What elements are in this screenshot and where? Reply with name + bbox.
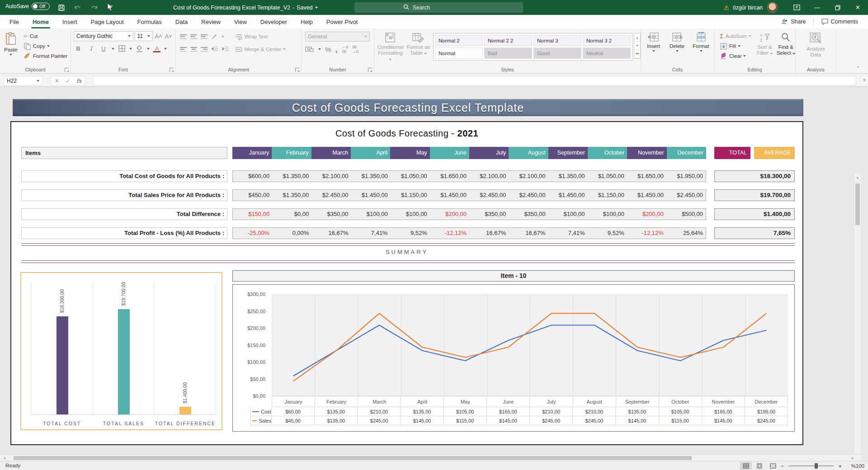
undo-icon[interactable] — [73, 3, 83, 13]
style-neutral[interactable]: Neutral — [583, 47, 631, 59]
value-cell[interactable]: $1.050,00 — [588, 171, 627, 182]
value-cell[interactable]: $100,00 — [351, 209, 391, 220]
row-total[interactable]: $19.700,00 — [714, 189, 795, 201]
minimize-icon[interactable]: — — [807, 0, 827, 15]
tab-data[interactable]: Data — [169, 15, 194, 28]
value-cell[interactable]: $1.650,00 — [430, 171, 469, 182]
month-header-february[interactable]: February — [272, 147, 311, 159]
value-cell[interactable]: $100,00 — [548, 209, 587, 220]
share-button[interactable]: Share — [777, 17, 809, 27]
bar-total-sales[interactable] — [118, 309, 130, 414]
month-header-january[interactable]: January — [232, 147, 272, 159]
vertical-scrollbar[interactable]: ▴ ▾ — [854, 174, 861, 470]
page-layout-view-icon[interactable] — [754, 462, 765, 470]
horizontal-scrollbar[interactable]: ◂ ▸ — [0, 454, 861, 461]
value-cell[interactable]: $1.350,00 — [351, 171, 391, 182]
vertical-scroll-thumb[interactable] — [855, 183, 860, 225]
worksheet[interactable]: Cost of Goods Forecasting Excel Template… — [0, 87, 861, 454]
style-bad[interactable]: Bad — [484, 47, 532, 59]
increase-indent-icon[interactable] — [222, 46, 230, 52]
value-cell[interactable]: $2.450,00 — [666, 190, 706, 201]
cut-button[interactable]: ✂ Cut — [22, 31, 69, 41]
page-break-view-icon[interactable] — [767, 462, 779, 470]
value-cell[interactable]: 16,67% — [509, 228, 548, 239]
cancel-icon[interactable]: ✕ — [55, 78, 59, 84]
bold-button[interactable]: B — [74, 45, 83, 52]
decrease-decimal-icon[interactable]: .00→.0 — [352, 45, 358, 54]
value-cell[interactable]: $0,00 — [272, 209, 311, 220]
zoom-out-icon[interactable]: − — [781, 463, 784, 470]
bar-total-cost[interactable] — [57, 316, 68, 414]
value-cell[interactable]: 0,00% — [272, 228, 311, 239]
bar-total-difference[interactable] — [179, 407, 191, 414]
value-cell[interactable]: 25,64% — [666, 228, 706, 239]
accounting-format-icon[interactable] — [305, 46, 314, 53]
alignment-dialog-launcher-icon[interactable] — [295, 68, 299, 72]
value-cell[interactable]: $1.050,00 — [391, 171, 430, 182]
merge-center-button[interactable]: Merge & Center — [233, 44, 288, 54]
value-cell[interactable]: $350,00 — [509, 209, 548, 220]
total-header[interactable]: TOTAL — [714, 147, 750, 159]
scroll-right-icon[interactable]: ▸ — [850, 456, 855, 460]
insert-function-icon[interactable]: fx — [76, 78, 81, 84]
formula-bar-divider[interactable]: ⋮ — [45, 77, 50, 83]
value-cell[interactable]: $450,00 — [233, 190, 272, 201]
value-cell[interactable]: $1.350,00 — [272, 190, 311, 201]
fill-button[interactable]: Fill — [718, 41, 753, 51]
gallery-up-icon[interactable]: ▴ — [634, 33, 640, 42]
align-bottom-icon[interactable] — [200, 33, 208, 40]
tab-file[interactable]: File — [3, 15, 26, 28]
close-icon[interactable]: ✕ — [848, 0, 868, 15]
gallery-down-icon[interactable]: ▾ — [634, 42, 640, 50]
zoom-level[interactable]: %100 — [844, 463, 864, 469]
increase-decimal-icon[interactable]: ←.0.00 — [342, 45, 348, 54]
style-normal[interactable]: Normal — [435, 47, 483, 59]
value-cell[interactable]: -12,12% — [430, 228, 469, 239]
value-cell[interactable]: $2.450,00 — [311, 190, 351, 201]
value-cell[interactable]: $1.950,00 — [666, 171, 706, 182]
copy-button[interactable]: Copy — [22, 41, 69, 51]
increase-font-icon[interactable]: A˄ — [154, 33, 163, 40]
value-cell[interactable]: 7,41% — [351, 228, 391, 239]
value-cell[interactable]: $1.150,00 — [391, 190, 430, 201]
month-header-march[interactable]: March — [311, 147, 351, 159]
style-normal-2[interactable]: Normal 2 — [435, 35, 483, 46]
zoom-slider[interactable] — [788, 465, 834, 466]
value-cell[interactable]: $1.650,00 — [627, 171, 666, 182]
tab-page-layout[interactable]: Page Layout — [84, 15, 131, 28]
horizontal-scroll-thumb[interactable] — [14, 456, 692, 460]
value-cell[interactable]: $200,00 — [627, 209, 666, 220]
month-header-august[interactable]: August — [509, 147, 548, 159]
totals-bar-chart[interactable]: $18.300,00$19.700,00$1.400,00 TOTAL COST… — [20, 272, 222, 430]
document-title[interactable]: Cost of Goods Forecasting Excel Template… — [173, 0, 318, 15]
restore-icon[interactable] — [827, 0, 848, 15]
value-cell[interactable]: $1.450,00 — [351, 190, 391, 201]
wrap-text-button[interactable]: Wrap Text — [233, 32, 269, 42]
tab-home[interactable]: Home — [26, 15, 56, 28]
value-cell[interactable]: $2.100,00 — [509, 171, 548, 182]
clear-button[interactable]: Clear — [718, 51, 753, 61]
autosave-switch[interactable]: Off — [32, 3, 50, 10]
redo-icon[interactable] — [89, 3, 99, 13]
value-cell[interactable]: $2.450,00 — [469, 190, 509, 201]
month-header-december[interactable]: December — [667, 147, 706, 159]
paste-button[interactable]: Paste — [0, 30, 22, 61]
tab-review[interactable]: Review — [194, 15, 227, 28]
sync-warning-icon[interactable]: ⚠ — [723, 4, 729, 11]
value-cell[interactable]: 7,41% — [548, 228, 587, 239]
value-cell[interactable]: $1.350,00 — [272, 171, 311, 182]
value-cell[interactable]: $1.350,00 — [548, 171, 587, 182]
line-chart-title[interactable]: Item - 10 — [232, 270, 795, 282]
font-color-icon[interactable]: A — [153, 45, 160, 52]
value-cell[interactable]: $150,00 — [233, 209, 272, 220]
clipboard-dialog-launcher-icon[interactable] — [65, 68, 69, 72]
save-icon[interactable] — [57, 3, 66, 13]
month-header-september[interactable]: September — [548, 147, 588, 159]
avatar[interactable] — [767, 2, 778, 13]
value-cell[interactable]: 16,67% — [469, 228, 509, 239]
number-dialog-launcher-icon[interactable] — [368, 68, 372, 72]
number-format-select[interactable]: General — [305, 32, 370, 42]
value-cell[interactable]: $350,00 — [469, 209, 509, 220]
font-dialog-launcher-icon[interactable] — [170, 68, 174, 72]
row-total[interactable]: $1.400,00 — [714, 208, 795, 220]
